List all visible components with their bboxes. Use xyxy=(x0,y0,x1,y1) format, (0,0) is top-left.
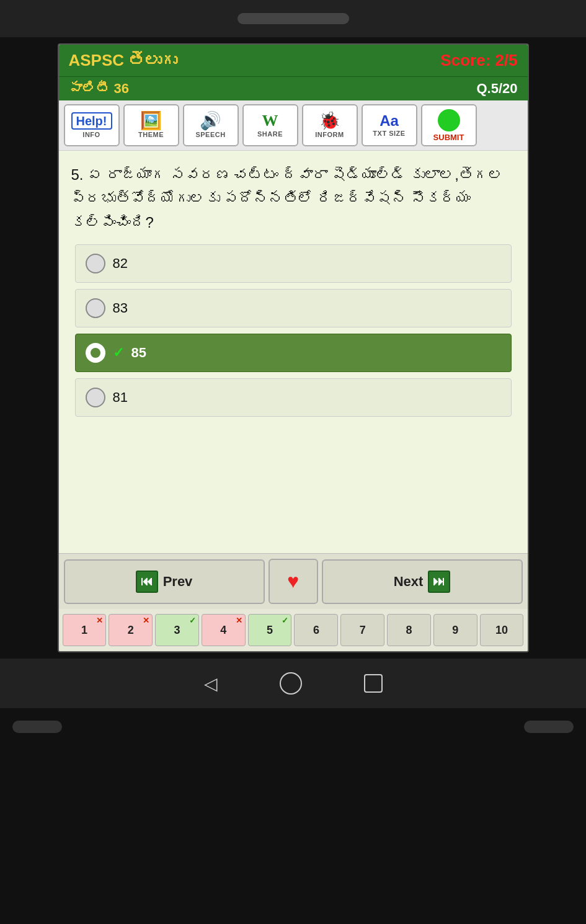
tracker-num-1: 1 xyxy=(81,624,87,637)
radio-c xyxy=(86,343,105,363)
prev-skip-icon: ⏮ xyxy=(136,571,158,593)
tracker-item-6[interactable]: 6 xyxy=(294,614,338,646)
tracker-item-9[interactable]: 9 xyxy=(433,614,477,646)
speech-icon: 🔊 xyxy=(200,112,221,130)
radio-b xyxy=(86,298,105,318)
share-icon: W xyxy=(262,113,278,129)
option-d-text: 81 xyxy=(113,389,128,406)
tracker-item-3[interactable]: ✓ 3 xyxy=(155,614,199,646)
info-icon: Help! xyxy=(71,112,112,130)
score-display: Score: 2/5 xyxy=(440,51,517,70)
bottom-pill-left xyxy=(12,721,62,733)
tracker-item-8[interactable]: 8 xyxy=(387,614,431,646)
question-text: 5. ఏ రాజ్యాంగ సవరణ చట్టం ద్వారా షెడ్యూల్… xyxy=(71,163,515,234)
home-button[interactable] xyxy=(280,672,302,695)
app-title: ASPSC తెలుగు xyxy=(69,51,177,70)
next-label: Next xyxy=(394,574,424,590)
tracker-num-10: 10 xyxy=(495,624,508,637)
bottom-bar xyxy=(0,708,586,745)
inform-icon: 🐞 xyxy=(319,112,340,130)
tracker-mark-1: ✕ xyxy=(96,616,103,625)
app-container: ASPSC తెలుగు Score: 2/5 పాలిటీ 36 Q.5/20… xyxy=(58,43,529,652)
option-a[interactable]: 82 xyxy=(75,244,512,283)
txtsize-label: TXT SIZE xyxy=(373,130,405,137)
tracker-num-3: 3 xyxy=(174,624,180,637)
option-c-text: 85 xyxy=(131,345,146,361)
option-b-text: 83 xyxy=(113,300,128,316)
next-button[interactable]: Next ⏭ xyxy=(322,559,523,604)
options-list: 82 83 ✓ 85 81 xyxy=(71,244,515,417)
prev-label: Prev xyxy=(163,574,193,590)
txtsize-icon: Aa xyxy=(380,113,399,128)
speech-label: SPEECH xyxy=(195,131,225,138)
header-bar: ASPSC తెలుగు Score: 2/5 xyxy=(59,45,528,76)
tracker-num-6: 6 xyxy=(313,624,319,637)
tracker-item-1[interactable]: ✕ 1 xyxy=(63,614,107,646)
question-number: Q.5/20 xyxy=(476,81,517,97)
recents-button[interactable] xyxy=(364,674,383,693)
submit-label: SUBMIT xyxy=(433,133,464,142)
txtsize-button[interactable]: Aa TXT SIZE xyxy=(362,104,417,146)
tracker-mark-4: ✕ xyxy=(236,616,242,625)
back-button[interactable]: ◁ xyxy=(204,673,218,694)
question-area: 5. ఏ రాజ్యాంగ సవరణ చట్టం ద్వారా షెడ్యూల్… xyxy=(59,151,528,429)
inform-button[interactable]: 🐞 INFORM xyxy=(302,104,358,146)
option-c[interactable]: ✓ 85 xyxy=(75,334,512,372)
sub-header: పాలిటీ 36 Q.5/20 xyxy=(59,76,528,100)
theme-button[interactable]: 🖼️ THEME xyxy=(123,104,179,146)
next-skip-icon: ⏭ xyxy=(428,571,450,593)
tracker-num-8: 8 xyxy=(406,624,412,637)
tracker-item-4[interactable]: ✕ 4 xyxy=(202,614,246,646)
tracker-mark-5: ✓ xyxy=(282,616,288,625)
option-b[interactable]: 83 xyxy=(75,289,512,327)
tracker-bar: ✕ 1 ✕ 2 ✓ 3 ✕ 4 ✓ 5 6 7 8 xyxy=(59,609,528,651)
nav-bar: ⏮ Prev ♥ Next ⏭ xyxy=(59,553,528,609)
share-button[interactable]: W SHARE xyxy=(242,104,298,146)
prev-button[interactable]: ⏮ Prev xyxy=(64,559,265,604)
tracker-mark-3: ✓ xyxy=(189,616,196,625)
tracker-num-4: 4 xyxy=(220,624,226,637)
theme-icon: 🖼️ xyxy=(140,112,162,130)
tracker-num-2: 2 xyxy=(128,624,134,637)
polity-label: పాలిటీ 36 xyxy=(69,81,130,97)
speech-button[interactable]: 🔊 SPEECH xyxy=(183,104,239,146)
content-spacer xyxy=(59,429,528,553)
heart-button[interactable]: ♥ xyxy=(269,559,318,604)
phone-nav-bar: ◁ xyxy=(0,659,586,708)
share-label: SHARE xyxy=(257,130,283,138)
tracker-item-5[interactable]: ✓ 5 xyxy=(248,614,292,646)
option-a-text: 82 xyxy=(113,255,128,272)
phone-notch xyxy=(238,13,349,24)
phone-top-bar xyxy=(0,0,586,37)
inform-label: INFORM xyxy=(315,131,344,138)
correct-checkmark: ✓ xyxy=(113,345,124,361)
tracker-num-7: 7 xyxy=(360,624,366,637)
radio-d xyxy=(86,388,105,407)
theme-label: THEME xyxy=(138,131,164,138)
bottom-pill-right xyxy=(524,721,574,733)
radio-a xyxy=(86,254,105,273)
toolbar: Help! INFO 🖼️ THEME 🔊 SPEECH W SHARE 🐞 I… xyxy=(59,100,528,151)
info-label: INFO xyxy=(82,131,100,138)
tracker-num-9: 9 xyxy=(452,624,458,637)
heart-icon: ♥ xyxy=(287,570,299,593)
tracker-item-7[interactable]: 7 xyxy=(340,614,384,646)
tracker-num-5: 5 xyxy=(267,624,273,637)
tracker-item-2[interactable]: ✕ 2 xyxy=(109,614,153,646)
info-button[interactable]: Help! INFO xyxy=(64,104,120,146)
submit-button[interactable]: SUBMIT xyxy=(421,104,477,146)
submit-circle-icon xyxy=(438,109,460,131)
radio-c-fill xyxy=(91,348,100,358)
option-d[interactable]: 81 xyxy=(75,378,512,417)
tracker-item-10[interactable]: 10 xyxy=(480,614,524,646)
tracker-mark-2: ✕ xyxy=(143,616,149,625)
